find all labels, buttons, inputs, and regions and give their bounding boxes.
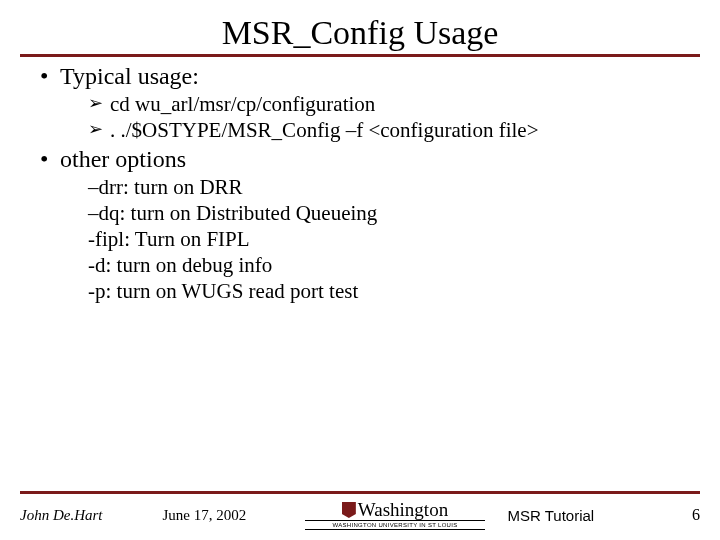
logo-main: Washington — [305, 500, 485, 519]
footer-tutorial: MSR Tutorial — [508, 507, 648, 524]
slide: MSR_Config Usage Typical usage: cd wu_ar… — [0, 0, 720, 540]
list-item: -d: turn on debug info — [88, 253, 700, 278]
list-item: cd wu_arl/msr/cp/configuration — [88, 92, 700, 117]
sub-list: –drr: turn on DRR –dq: turn on Distribut… — [88, 175, 700, 304]
footer-author: John De.Hart — [20, 507, 140, 524]
bullet-list: Typical usage: cd wu_arl/msr/cp/configur… — [40, 63, 700, 304]
footer-page-number: 6 — [670, 506, 700, 524]
section-item: Typical usage: cd wu_arl/msr/cp/configur… — [40, 63, 700, 143]
slide-title: MSR_Config Usage — [20, 14, 700, 52]
list-item: -p: turn on WUGS read port test — [88, 279, 700, 304]
footer-date: June 17, 2002 — [163, 507, 283, 524]
sub-list: cd wu_arl/msr/cp/configuration . ./$OSTY… — [88, 92, 700, 143]
footer-divider — [20, 491, 700, 494]
section-heading: other options — [60, 146, 186, 172]
title-underline — [20, 54, 700, 57]
logo-text: Washington — [358, 499, 448, 520]
list-item: -fipl: Turn on FIPL — [88, 227, 700, 252]
slide-footer: John De.Hart June 17, 2002 Washington WA… — [0, 491, 720, 530]
section-item: other options –drr: turn on DRR –dq: tur… — [40, 146, 700, 304]
list-item: –drr: turn on DRR — [88, 175, 700, 200]
footer-row: John De.Hart June 17, 2002 Washington WA… — [20, 500, 700, 530]
list-item: . ./$OSTYPE/MSR_Config –f <configuration… — [88, 118, 700, 143]
slide-body: Typical usage: cd wu_arl/msr/cp/configur… — [20, 63, 700, 304]
shield-icon — [342, 502, 356, 518]
section-heading: Typical usage: — [60, 63, 199, 89]
list-item: –dq: turn on Distributed Queueing — [88, 201, 700, 226]
logo-subtext: WASHINGTON UNIVERSITY IN ST LOUIS — [305, 520, 485, 530]
footer-logo: Washington WASHINGTON UNIVERSITY IN ST L… — [305, 500, 485, 530]
